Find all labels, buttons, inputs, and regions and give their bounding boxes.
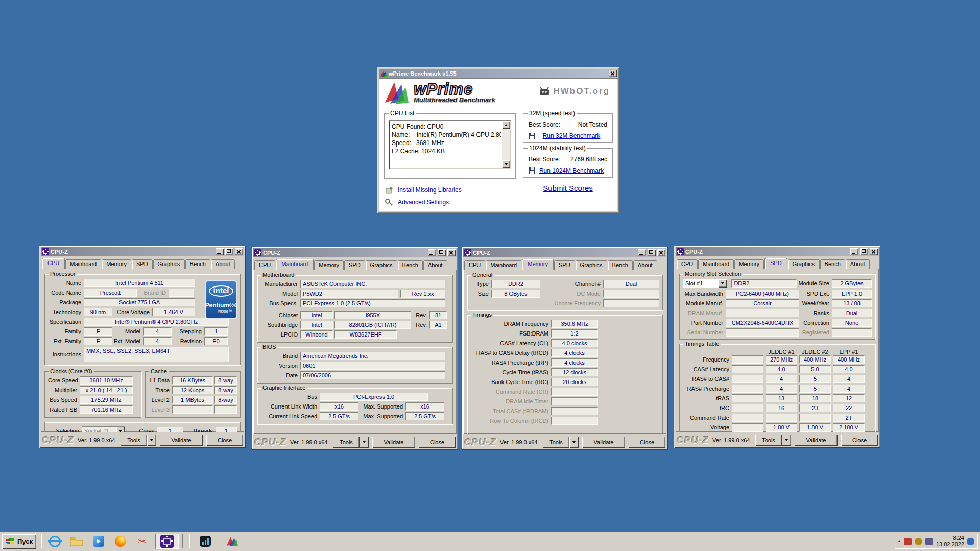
internet-explorer-icon[interactable] <box>45 533 64 549</box>
close-icon[interactable] <box>870 248 878 255</box>
close-icon[interactable] <box>235 248 243 255</box>
close-icon[interactable] <box>609 70 617 77</box>
run-1024m-link[interactable]: Run 1024M Benchmark <box>536 167 607 174</box>
cpuz-titlebar[interactable]: CPU-Z <box>41 247 244 256</box>
tab-about[interactable]: About <box>846 259 870 269</box>
tools-dropdown-icon[interactable] <box>147 435 156 446</box>
scroll-track[interactable] <box>502 129 510 160</box>
start-button[interactable]: Пуск <box>2 534 36 549</box>
minimize-icon[interactable] <box>638 249 646 256</box>
close-icon[interactable] <box>447 249 456 256</box>
validate-button[interactable]: Validate <box>372 437 415 448</box>
tray-icon-2[interactable] <box>915 538 922 545</box>
tools-dropdown-icon[interactable] <box>569 437 579 448</box>
tab-spd[interactable]: SPD <box>764 258 787 269</box>
scroll-up-icon[interactable] <box>502 121 510 129</box>
tab-bench[interactable]: Bench <box>820 259 845 269</box>
show-hidden-icons-icon[interactable] <box>898 540 901 542</box>
maximize-icon[interactable] <box>860 248 868 255</box>
maximize-icon[interactable] <box>438 249 446 256</box>
validate-button[interactable]: Validate <box>160 435 203 446</box>
tools-dropdown-icon[interactable] <box>782 435 791 446</box>
tab-graphics[interactable]: Graphics <box>153 259 185 269</box>
tab-cpu[interactable]: CPU <box>42 258 65 269</box>
cpuz-title: CPU-Z <box>473 250 636 256</box>
wprime-logo-subtitle: Multithreaded Benchmark <box>414 96 495 104</box>
save-icon[interactable] <box>529 132 536 139</box>
week-year-label: Week/Year <box>800 300 832 306</box>
tab-about[interactable]: About <box>423 260 447 270</box>
tab-graphics[interactable]: Graphics <box>366 260 397 270</box>
tab-memory[interactable]: Memory <box>734 259 764 269</box>
tab-mainboard[interactable]: Mainboard <box>486 260 521 270</box>
validate-button[interactable]: Validate <box>795 435 838 446</box>
field-core-voltage: 1.464 V <box>152 308 195 316</box>
tab-bench[interactable]: Bench <box>185 259 210 269</box>
tab-mainboard[interactable]: Mainboard <box>65 259 101 269</box>
tab-cpu[interactable]: CPU <box>677 259 698 269</box>
close-button[interactable]: Close <box>629 437 665 448</box>
tray-icon-display[interactable] <box>967 538 974 545</box>
close-button[interactable]: Close <box>841 435 878 446</box>
tab-spd[interactable]: SPD <box>344 260 365 270</box>
taskbar-button-wprime[interactable] <box>221 534 244 549</box>
maximize-icon[interactable] <box>225 248 233 255</box>
windows-logo-icon <box>6 537 15 545</box>
tab-memory[interactable]: Memory <box>522 259 554 270</box>
run-32m-link[interactable]: Run 32M Benchmark <box>536 132 607 139</box>
advanced-settings-link[interactable]: Advanced Settings <box>398 199 449 206</box>
snipping-tool-icon[interactable]: ✂ <box>133 533 152 549</box>
close-button[interactable]: Close <box>419 437 456 448</box>
cpu-list-listbox[interactable]: CPU Found: CPU0 Name: Intel(R) Pentium(R… <box>389 120 511 169</box>
cpuz-footer-logo: CPU-Z <box>42 435 74 446</box>
tab-memory[interactable]: Memory <box>102 259 131 269</box>
cpu-list-scrollbar[interactable] <box>502 121 510 168</box>
tab-graphics[interactable]: Graphics <box>788 259 820 269</box>
tools-button[interactable]: Tools <box>543 437 569 448</box>
tab-graphics[interactable]: Graphics <box>576 260 607 270</box>
tab-memory[interactable]: Memory <box>314 260 344 270</box>
tools-dropdown-icon[interactable] <box>360 437 369 448</box>
cpuz-titlebar[interactable]: CPU-Z <box>463 248 666 257</box>
tab-bench[interactable]: Bench <box>398 260 423 270</box>
maximize-icon[interactable] <box>648 249 656 256</box>
validate-button[interactable]: Validate <box>582 437 625 448</box>
file-explorer-icon[interactable] <box>67 533 86 549</box>
timing-cell-current <box>732 423 763 432</box>
tab-about[interactable]: About <box>211 259 235 269</box>
tray-icon-1[interactable] <box>904 538 912 545</box>
taskbar-button-hwbot[interactable] <box>194 534 217 549</box>
tab-mainboard[interactable]: Mainboard <box>698 259 734 269</box>
minimize-icon[interactable] <box>428 249 436 256</box>
slot-selector[interactable]: Slot #1 <box>683 279 727 288</box>
minimize-icon[interactable] <box>216 248 224 255</box>
socket-selector[interactable]: Socket #1 <box>82 426 125 432</box>
minimize-icon[interactable] <box>850 248 858 255</box>
tools-button[interactable]: Tools <box>755 435 782 446</box>
close-button[interactable]: Close <box>206 435 243 446</box>
tab-bench[interactable]: Bench <box>608 260 633 270</box>
media-player-icon[interactable] <box>89 533 108 549</box>
tab-about[interactable]: About <box>633 260 657 270</box>
chevron-down-icon[interactable] <box>116 427 125 432</box>
general-group-label: General <box>471 272 494 278</box>
wprime-titlebar[interactable]: wPrime Benchmark v1.55 <box>379 69 618 78</box>
tab-cpu[interactable]: CPU <box>464 260 485 270</box>
tab-spd[interactable]: SPD <box>554 260 575 270</box>
save-icon[interactable] <box>529 167 536 174</box>
taskbar-button-cpuz[interactable] <box>155 534 179 549</box>
tab-spd[interactable]: SPD <box>132 259 153 269</box>
tab-cpu[interactable]: CPU <box>254 260 275 270</box>
tools-button[interactable]: Tools <box>333 437 360 448</box>
submit-scores-link[interactable]: Submit Scores <box>543 184 593 193</box>
tab-mainboard[interactable]: Mainboard <box>276 259 314 270</box>
tools-button[interactable]: Tools <box>121 435 147 446</box>
cpuz-titlebar[interactable]: CPU-Z <box>253 248 457 257</box>
install-libraries-link[interactable]: Install Missing Libraries <box>398 186 462 194</box>
close-icon[interactable] <box>657 249 665 256</box>
firefox-icon[interactable] <box>111 533 130 549</box>
scroll-down-icon[interactable] <box>502 160 510 168</box>
chevron-down-icon[interactable] <box>719 279 727 288</box>
cpuz-titlebar[interactable]: CPU-Z <box>676 247 879 256</box>
tray-icon-3[interactable] <box>925 538 933 545</box>
